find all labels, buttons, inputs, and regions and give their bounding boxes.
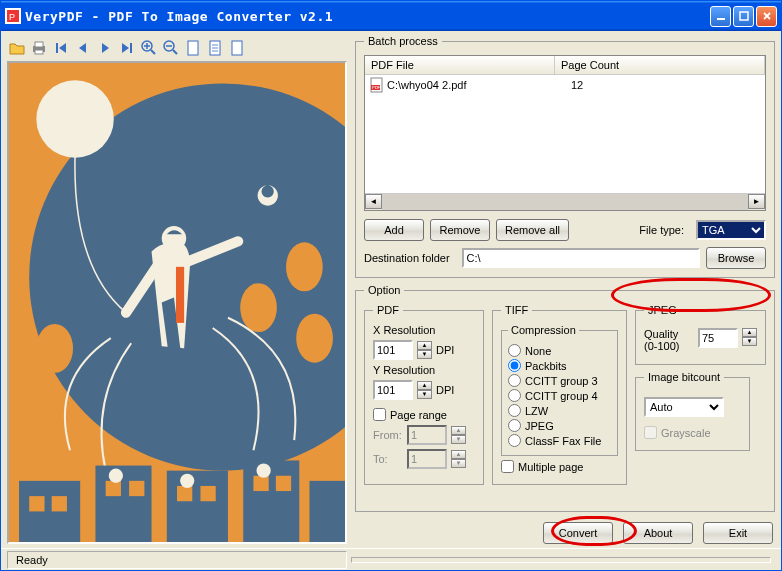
exit-button[interactable]: Exit (703, 522, 773, 544)
compression-legend: Compression (508, 324, 579, 336)
pdf-group: PDF X Resolution ▲▼ DPI Y Resolution ▲▼ … (364, 304, 484, 485)
quality-down[interactable]: ▼ (742, 337, 757, 346)
page-range-checkbox[interactable] (373, 408, 386, 421)
svg-text:P: P (9, 12, 15, 22)
quality-input[interactable] (698, 328, 738, 348)
page-range-label: Page range (390, 409, 447, 421)
scroll-left-icon[interactable]: ◄ (365, 194, 382, 209)
bitcount-legend: Image bitcount (644, 371, 724, 383)
scroll-right-icon[interactable]: ► (748, 194, 765, 209)
remove-button[interactable]: Remove (430, 219, 490, 241)
cell-filename: C:\whyo04 2.pdf (387, 79, 571, 91)
svg-rect-10 (188, 41, 198, 55)
from-label: From: (373, 429, 403, 441)
xres-up[interactable]: ▲ (417, 341, 432, 350)
jpeg-group: JPEG Quality (0-100) ▲▼ (635, 304, 766, 365)
col-page-count[interactable]: Page Count (555, 56, 765, 74)
titlebar: P VeryPDF - PDF To Image Converter v2.1 (1, 1, 781, 31)
browse-button[interactable]: Browse (706, 247, 766, 269)
first-page-icon[interactable] (51, 38, 71, 58)
print-icon[interactable] (29, 38, 49, 58)
svg-rect-12 (232, 41, 242, 55)
radio-ccitt3[interactable] (508, 374, 521, 387)
svg-rect-6 (35, 42, 43, 47)
col-pdf-file[interactable]: PDF File (365, 56, 555, 74)
grayscale-checkbox (644, 426, 657, 439)
svg-rect-37 (253, 476, 268, 491)
doc3-icon[interactable] (227, 38, 247, 58)
toolbar (7, 35, 347, 61)
option-group: Option PDF X Resolution ▲▼ DPI Y Resolut… (355, 284, 775, 512)
status-empty (351, 557, 771, 563)
bitcount-select[interactable]: Auto (644, 397, 724, 417)
compression-group: Compression None Packbits CCITT group 3 … (501, 324, 618, 456)
zoom-in-icon[interactable] (139, 38, 159, 58)
radio-ccitt4[interactable] (508, 389, 521, 402)
add-button[interactable]: Add (364, 219, 424, 241)
filetype-select[interactable]: TGA (696, 220, 766, 240)
jpeg-legend: JPEG (644, 304, 681, 316)
tiff-legend: TIFF (501, 304, 532, 316)
radio-none[interactable] (508, 344, 521, 357)
yres-up[interactable]: ▲ (417, 381, 432, 390)
close-button[interactable] (756, 6, 777, 27)
filetype-label: File type: (639, 224, 684, 236)
radio-classf[interactable] (508, 434, 521, 447)
radio-jpeg[interactable] (508, 419, 521, 432)
from-input (407, 425, 447, 445)
xres-down[interactable]: ▼ (417, 350, 432, 359)
svg-rect-30 (309, 481, 345, 542)
dest-folder-label: Destination folder (364, 252, 450, 264)
to-input (407, 449, 447, 469)
multiple-page-checkbox[interactable] (501, 460, 514, 473)
quality-label: Quality (0-100) (644, 328, 694, 352)
svg-point-20 (286, 242, 323, 291)
xres-input[interactable] (373, 340, 413, 360)
convert-button[interactable]: Convert (543, 522, 613, 544)
status-bar: Ready (1, 548, 781, 570)
last-page-icon[interactable] (117, 38, 137, 58)
from-up: ▲ (451, 426, 466, 435)
radio-lzw[interactable] (508, 404, 521, 417)
status-ready: Ready (7, 551, 347, 569)
tiff-group: TIFF Compression None Packbits CCITT gro… (492, 304, 627, 485)
svg-point-25 (200, 422, 224, 434)
option-legend: Option (364, 284, 404, 296)
svg-rect-31 (29, 496, 44, 511)
svg-point-39 (109, 469, 123, 483)
zoom-out-icon[interactable] (161, 38, 181, 58)
dpi-label: DPI (436, 344, 454, 356)
prev-page-icon[interactable] (73, 38, 93, 58)
dest-folder-input[interactable] (462, 248, 700, 268)
file-table: PDF File Page Count PDF C:\whyo04 2.pdf … (364, 55, 766, 211)
maximize-button[interactable] (733, 6, 754, 27)
yres-down[interactable]: ▼ (417, 390, 432, 399)
minimize-button[interactable] (710, 6, 731, 27)
table-row[interactable]: PDF C:\whyo04 2.pdf 12 (365, 75, 765, 95)
svg-point-19 (240, 283, 277, 332)
svg-point-15 (36, 80, 113, 157)
svg-rect-34 (129, 481, 144, 496)
to-down: ▼ (451, 459, 466, 468)
horizontal-scrollbar[interactable]: ◄ ► (365, 193, 765, 210)
remove-all-button[interactable]: Remove all (496, 219, 569, 241)
preview-pane (7, 61, 347, 544)
open-icon[interactable] (7, 38, 27, 58)
multiple-page-label: Multiple page (518, 461, 583, 473)
doc2-icon[interactable] (205, 38, 225, 58)
quality-up[interactable]: ▲ (742, 328, 757, 337)
about-button[interactable]: About (623, 522, 693, 544)
svg-point-41 (256, 464, 270, 478)
yres-input[interactable] (373, 380, 413, 400)
new-doc-icon[interactable] (183, 38, 203, 58)
svg-text:PDF: PDF (372, 85, 381, 90)
svg-rect-33 (106, 481, 121, 496)
next-page-icon[interactable] (95, 38, 115, 58)
radio-packbits[interactable] (508, 359, 521, 372)
batch-legend: Batch process (364, 35, 442, 47)
dpi-label-2: DPI (436, 384, 454, 396)
svg-point-16 (36, 324, 73, 373)
grayscale-label: Grayscale (661, 427, 711, 439)
scroll-track[interactable] (382, 194, 748, 210)
pdf-legend: PDF (373, 304, 403, 316)
